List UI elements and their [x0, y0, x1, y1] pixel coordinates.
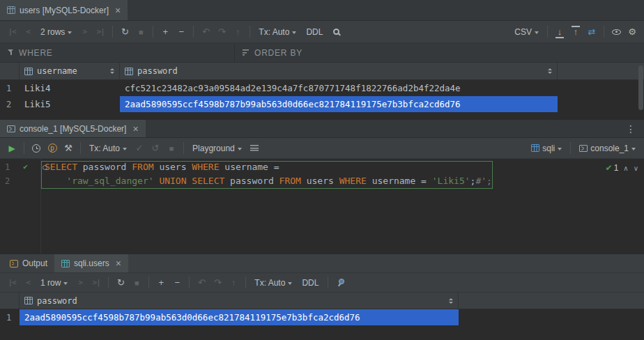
toolbar-separator	[604, 26, 604, 38]
undo-icon[interactable]: ↶	[194, 275, 209, 291]
parameters-icon[interactable]: p	[45, 141, 60, 156]
table-row: 2 Liki5 2aad5890595ccf4598b787b99ab563d0…	[0, 96, 644, 112]
redo-icon[interactable]: ↷	[210, 275, 225, 291]
first-page-button[interactable]: |<	[4, 275, 20, 291]
stop-icon[interactable]: ■	[129, 275, 144, 291]
line-number: 2	[0, 174, 15, 188]
tab-console-1[interactable]: console_1 [MySQL5-Docker] ×	[0, 120, 146, 137]
tx-mode-label: Tx: Auto	[89, 144, 120, 153]
cell-username[interactable]: Liki4	[20, 80, 120, 96]
column-sort-icon[interactable]	[110, 68, 114, 74]
close-icon[interactable]: ×	[115, 6, 121, 15]
tx-mode-label: Tx: Auto	[259, 27, 289, 37]
cell-username[interactable]: Liki5	[20, 96, 120, 112]
eye-icon[interactable]	[608, 24, 624, 40]
tx-mode-dropdown[interactable]: Tx: Auto	[85, 141, 131, 156]
submit-icon[interactable]: ↑	[230, 24, 245, 40]
gear-icon[interactable]: ⚙	[624, 24, 640, 40]
schema-dropdown[interactable]: sqli	[527, 141, 566, 156]
ddl-button[interactable]: DDL	[301, 24, 328, 40]
session-dropdown[interactable]: console_1	[575, 141, 640, 156]
next-page-button[interactable]: >	[77, 24, 92, 40]
page-size-dropdown[interactable]: 1 row	[36, 275, 72, 291]
last-page-button[interactable]: >|	[89, 275, 104, 291]
tab-label: sqli.users	[74, 258, 109, 268]
extractor-label: CSV	[514, 27, 532, 37]
order-by-field[interactable]: ORDER BY	[235, 43, 310, 62]
previous-result-icon[interactable]: ∧	[623, 164, 628, 172]
column-icon	[125, 68, 133, 75]
chevron-down-icon	[238, 148, 242, 150]
sql-editor[interactable]: 1 ✔ SELECT password FROM users WHERE use…	[0, 159, 644, 254]
column-sort-icon[interactable]	[449, 298, 453, 304]
page-size-label: 1 row	[40, 278, 61, 288]
execution-status: ✔ 1 ∧ ∨	[606, 163, 638, 173]
next-result-icon[interactable]: ∨	[634, 164, 638, 172]
commit-icon[interactable]: ✓	[132, 141, 147, 156]
table-icon	[61, 260, 70, 268]
header-filler	[459, 293, 644, 309]
column-sort-icon[interactable]	[548, 68, 552, 74]
compare-icon[interactable]: ⇄	[584, 24, 599, 40]
column-header-username[interactable]: username	[20, 63, 120, 79]
stop-icon[interactable]: ■	[133, 24, 148, 40]
export-data-icon[interactable]: ↓	[552, 24, 567, 40]
redo-icon[interactable]: ↷	[214, 24, 229, 40]
import-data-icon[interactable]: ↑	[568, 24, 583, 40]
toolbar-separator	[112, 26, 113, 38]
settings-wrench-icon[interactable]: ⚒	[61, 141, 76, 156]
delete-row-button[interactable]: −	[169, 275, 185, 291]
refresh-icon[interactable]: ↻	[117, 24, 132, 40]
sql-token: 'Liki5'	[432, 176, 470, 186]
delete-row-button[interactable]: −	[174, 24, 189, 40]
stop-icon[interactable]: ■	[164, 141, 179, 156]
refresh-icon[interactable]: ↻	[113, 275, 128, 291]
pin-icon[interactable]	[332, 275, 348, 291]
tab-sqli-users[interactable]: sqli.users ×	[54, 254, 128, 272]
tx-mode-dropdown[interactable]: Tx: Auto	[250, 275, 296, 291]
history-icon[interactable]	[29, 141, 44, 156]
cell-password-selected[interactable]: 2aad5890595ccf4598b787b99ab563d0d66ec821…	[20, 309, 459, 325]
tab-users-grid[interactable]: users [MySQL5-Docker] ×	[0, 0, 128, 20]
tx-mode-dropdown[interactable]: Tx: Auto	[254, 24, 300, 40]
cell-password-selected[interactable]: 2aad5890595ccf4598b787b99ab563d0d66ec821…	[120, 96, 558, 112]
extractor-dropdown[interactable]: CSV	[510, 24, 543, 40]
rollback-icon[interactable]: ↺	[148, 141, 163, 156]
add-row-button[interactable]: +	[158, 24, 173, 40]
run-icon[interactable]: ▶	[4, 141, 20, 156]
add-row-button[interactable]: +	[153, 275, 169, 291]
playground-dropdown[interactable]: Playground	[188, 141, 246, 156]
first-page-button[interactable]: |<	[4, 24, 20, 40]
column-header-password[interactable]: password	[20, 293, 459, 309]
chevron-down-icon	[288, 282, 292, 285]
toolbar-separator	[24, 142, 24, 154]
next-page-button[interactable]: >	[72, 275, 88, 291]
cell-password[interactable]: cfc521c23482ac93a09584ad2e139c4a7fc87077…	[120, 80, 558, 96]
column-header-password[interactable]: password	[120, 63, 558, 79]
editor-line[interactable]: 1 ✔ SELECT password FROM users WHERE use…	[0, 160, 644, 174]
editor-line[interactable]: 2 'raw_sql_danger' UNION SELECT password…	[0, 174, 644, 188]
undo-icon[interactable]: ↶	[198, 24, 213, 40]
ddl-button[interactable]: DDL	[297, 275, 323, 291]
more-options-icon[interactable]: ⋮	[618, 120, 644, 137]
playground-label: Playground	[192, 144, 235, 153]
where-filter-field[interactable]: WHERE	[0, 43, 235, 62]
last-page-button[interactable]: >|	[93, 24, 108, 40]
close-icon[interactable]: ×	[132, 124, 138, 134]
previous-page-button[interactable]: <	[20, 275, 36, 291]
sql-token: 'raw_sql_danger'	[66, 176, 153, 186]
grid-header: username password	[0, 63, 644, 80]
previous-page-button[interactable]: <	[20, 24, 36, 40]
result-grid-header: password	[0, 293, 644, 309]
success-check-icon: ✔	[15, 160, 36, 174]
chevron-down-icon	[292, 31, 296, 34]
page-size-dropdown[interactable]: 2 rows	[36, 24, 76, 40]
search-icon[interactable]	[328, 24, 344, 40]
vertical-scrollbar[interactable]	[638, 65, 643, 110]
table-row: 1 2aad5890595ccf4598b787b99ab563d0d66ec8…	[0, 309, 644, 325]
output-layout-icon[interactable]	[247, 141, 262, 156]
submit-icon[interactable]: ↑	[226, 275, 241, 291]
tab-output[interactable]: Output	[3, 254, 54, 272]
chevron-down-icon	[123, 148, 127, 150]
close-icon[interactable]: ×	[116, 258, 121, 268]
